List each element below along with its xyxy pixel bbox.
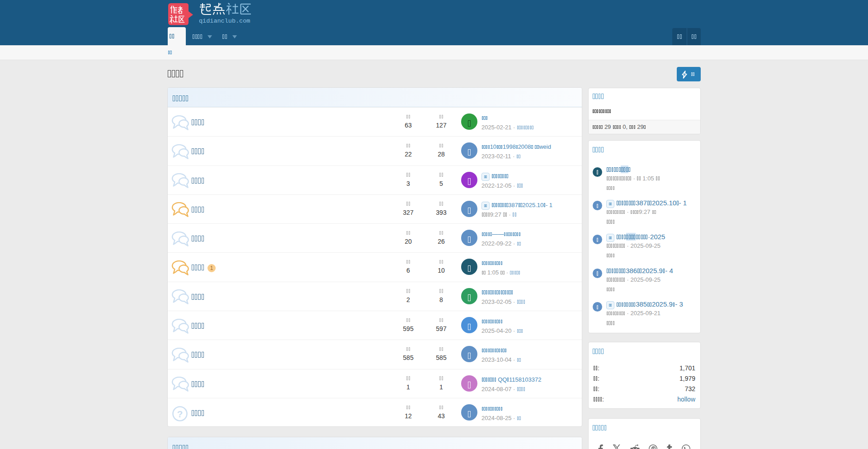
svg-text:?: ?	[177, 409, 183, 419]
